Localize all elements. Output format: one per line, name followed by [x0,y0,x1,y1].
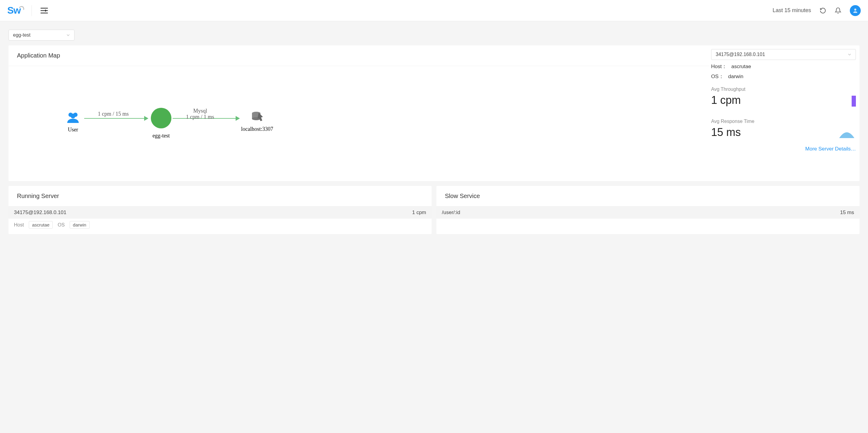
rs-host-tag: ascrutae [29,221,53,228]
node-user-label: User [66,127,80,133]
instance-selector-value: 34175@192.168.0.101 [716,52,765,57]
slow-service-name: /user/:id [442,210,460,216]
header-divider [31,5,32,16]
bar-spark-icon [851,96,856,106]
host-label: Host： [711,64,727,69]
content-area: egg-test Application Map [0,21,868,243]
response-value: 15 ms [711,126,754,139]
host-value: ascrutae [732,64,751,69]
node-service[interactable]: egg-test [151,108,172,139]
refresh-icon [819,7,826,14]
svg-marker-3 [45,9,47,12]
os-label: OS： [711,73,724,79]
edge-user-service-label: 1 cpm / 15 ms [98,111,129,117]
edge-service-db-label-top: Mysql [193,108,207,114]
slow-service-panel: Slow Service /user/:id 15 ms [436,186,860,234]
application-map-title: Application Map [8,45,709,66]
svg-point-7 [70,114,75,118]
service-circle-icon [151,108,172,128]
throughput-sparkline [838,94,856,106]
slow-service-value: 15 ms [840,210,854,216]
os-value: darwin [728,73,743,79]
node-db[interactable]: localhost:3307 [241,111,273,132]
slow-service-title: Slow Service [436,186,860,207]
running-server-row[interactable]: 34175@192.168.0.101 1 cpm [8,207,432,219]
response-label: Avg Response Time [711,119,754,124]
instance-selector[interactable]: 34175@192.168.0.101 [711,49,856,60]
logo-s: S [7,5,13,16]
running-server-tags: Host ascrutae OS darwin [8,219,432,234]
throughput-label: Avg Throughput [711,87,745,92]
node-service-label: egg-test [151,133,172,139]
node-user[interactable]: User [66,112,80,133]
area-spark-icon [838,127,856,139]
svg-point-4 [855,8,857,10]
database-icon [251,111,264,123]
edge-user-service [84,118,148,119]
app-selector[interactable]: egg-test [8,30,74,40]
refresh-button[interactable] [819,7,826,14]
header-left: Sw [7,5,50,16]
topology-area[interactable]: User 1 cpm / 15 ms egg-test [8,66,709,181]
user-avatar[interactable] [850,5,861,16]
node-db-label: localhost:3307 [241,126,273,132]
app-header: Sw Last 15 minutes [0,0,868,21]
app-selector-value: egg-test [13,32,31,38]
topology-graph: User 1 cpm / 15 ms egg-test [14,72,703,175]
instance-side-panel: 34175@192.168.0.101 Host： ascrutae OS： d… [709,45,860,181]
menu-toggle-button[interactable] [39,6,50,15]
rs-os-tag: darwin [70,221,90,228]
running-server-panel: Running Server 34175@192.168.0.101 1 cpm… [8,186,432,234]
user-icon [852,7,858,13]
rs-os-label: OS [58,222,64,228]
notifications-button[interactable] [835,7,841,14]
app-map-row: Application Map User [8,45,860,181]
users-icon [66,112,80,124]
rs-host-label: Host [14,222,24,228]
chevron-down-icon [66,33,70,37]
response-sparkline [838,127,856,139]
application-map-panel: Application Map User [8,45,860,181]
host-row: Host： ascrutae [711,63,856,70]
chevron-down-icon [848,53,851,56]
more-server-details-link[interactable]: More Server Details… [711,146,856,152]
logo: Sw [7,5,24,16]
running-server-name: 34175@192.168.0.101 [14,210,66,216]
slow-service-row[interactable]: /user/:id 15 ms [436,207,860,219]
response-stat: Avg Response Time 15 ms [711,119,856,139]
running-server-value: 1 cpm [412,210,426,216]
edge-service-db-label-bottom: 1 cpm / 1 ms [186,114,214,120]
header-right: Last 15 minutes [773,5,861,16]
throughput-value: 1 cpm [711,94,745,106]
lower-panel-row: Running Server 34175@192.168.0.101 1 cpm… [8,186,860,234]
bell-icon [835,7,841,14]
menu-icon [40,7,48,14]
os-row: OS： darwin [711,73,856,80]
time-range-selector[interactable]: Last 15 minutes [773,7,811,13]
throughput-stat: Avg Throughput 1 cpm [711,87,856,106]
running-server-title: Running Server [8,186,432,207]
